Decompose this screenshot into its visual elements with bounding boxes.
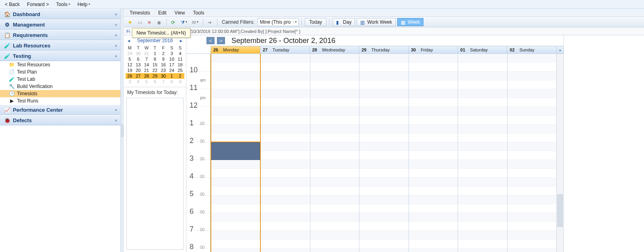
mini-cal-day[interactable]: 8 — [151, 56, 159, 62]
mini-cal-day[interactable]: 30 — [134, 51, 142, 56]
mini-cal-day[interactable]: 12 — [126, 62, 134, 68]
mini-cal-day[interactable]: 3 — [126, 79, 134, 84]
mini-cal-day[interactable]: 19 — [126, 68, 134, 73]
mini-cal-day[interactable]: 10 — [167, 56, 176, 62]
sidebar-section-requirements[interactable]: 📋Requirements» — [0, 30, 120, 40]
day-column-monday[interactable] — [211, 54, 261, 252]
open-button[interactable]: ▭ — [136, 18, 144, 26]
mini-cal-day[interactable]: 17 — [167, 62, 176, 68]
vertical-scrollbar[interactable] — [556, 54, 564, 252]
mini-cal-day[interactable]: 31 — [142, 51, 151, 56]
sidebar-section-lab-resources[interactable]: 🧪Lab Resources» — [0, 40, 120, 51]
week-prev-button[interactable]: < — [206, 37, 215, 44]
mini-cal-day[interactable]: 1 — [167, 73, 176, 79]
mail-button[interactable]: ✉▾ — [190, 18, 200, 26]
mini-cal-day[interactable]: 29 — [126, 51, 134, 56]
sidebar-item-test-runs[interactable]: ▶Test Runs — [0, 97, 120, 104]
back-button[interactable]: < Back — [2, 1, 22, 8]
day-column-thursday[interactable] — [359, 54, 408, 252]
mini-cal-day[interactable]: 4 — [176, 51, 184, 56]
day-header-thursday[interactable]: 29Thursday — [359, 46, 408, 53]
mini-cal-day[interactable]: 14 — [142, 62, 151, 68]
mini-cal-day[interactable]: 7 — [159, 79, 167, 84]
forward-button[interactable]: Forward > — [25, 1, 51, 8]
mini-cal-day[interactable]: 6 — [134, 56, 142, 62]
my-timeslots-list[interactable] — [126, 98, 184, 250]
sidebar-section-testing[interactable]: 🧪Testing» — [0, 51, 120, 61]
sidebar-item-test-resources[interactable]: 📁Test Resources — [0, 61, 120, 68]
new-button[interactable]: ✷ — [126, 18, 134, 26]
today-button[interactable]: Today — [305, 18, 326, 26]
scroll-up-arrow[interactable]: ▲ — [556, 46, 564, 53]
mini-cal-day[interactable]: 6 — [151, 79, 159, 84]
timeslot-appointment[interactable] — [211, 142, 260, 160]
mini-cal-day[interactable]: 25 — [176, 68, 184, 73]
sidebar-section-management[interactable]: ⚙Management» — [0, 19, 120, 30]
view-week-toggle[interactable]: ▦Week — [397, 18, 423, 26]
day-column-sunday[interactable] — [507, 54, 556, 252]
day-header-sunday[interactable]: 02Sunday — [507, 46, 556, 53]
new-timeslot-popup[interactable]: New Timeslot... (Alt+N) — [132, 28, 190, 38]
mini-cal-day[interactable]: 27 — [134, 73, 142, 79]
mini-cal-day[interactable]: 15 — [151, 62, 159, 68]
mini-cal-day[interactable]: 4 — [134, 79, 142, 84]
day-column-tuesday[interactable] — [260, 54, 310, 252]
sidebar-item-test-plan[interactable]: 📄Test Plan — [0, 68, 120, 76]
refresh-button[interactable]: ⟳ — [169, 18, 178, 26]
help-menu[interactable]: Help▾ — [75, 1, 93, 8]
sidebar-item-timeslots[interactable]: 🕒Timeslots — [0, 90, 120, 97]
mini-cal-day[interactable]: 16 — [159, 62, 167, 68]
filter-button[interactable]: ⧩▾ — [179, 18, 189, 26]
calendar-grid[interactable] — [211, 54, 556, 252]
mini-cal-day[interactable]: 30 — [159, 73, 167, 79]
mini-cal-day[interactable]: 18 — [176, 62, 184, 68]
day-header-monday[interactable]: 26Monday — [211, 46, 260, 53]
mini-cal-day[interactable]: 2 — [176, 73, 184, 79]
day-column-saturday[interactable] — [458, 54, 507, 252]
menu-edit[interactable]: Edit — [155, 9, 170, 16]
mini-cal-day[interactable]: 11 — [176, 56, 184, 62]
mini-cal-day[interactable]: 24 — [167, 68, 176, 73]
sidebar-section-defects[interactable]: 🐞Defects» — [0, 115, 120, 125]
sidebar-item-build-verification[interactable]: 🔧Build Verification — [0, 83, 120, 90]
mini-cal-day[interactable]: 9 — [176, 79, 184, 84]
mini-cal-day[interactable]: 28 — [142, 73, 151, 79]
mini-cal-day[interactable]: 26 — [126, 73, 134, 79]
day-header-tuesday[interactable]: 27Tuesday — [260, 46, 310, 53]
day-column-wednesday[interactable] — [310, 54, 359, 252]
mini-cal-day[interactable]: 5 — [142, 79, 151, 84]
view-day-toggle[interactable]: ▮Day — [332, 18, 355, 26]
scrollbar-thumb[interactable] — [557, 195, 563, 227]
delete-button[interactable]: ✕ — [146, 18, 154, 26]
day-column-friday[interactable] — [409, 54, 458, 252]
menu-view[interactable]: View — [171, 9, 188, 16]
mini-cal-day[interactable]: 1 — [151, 51, 159, 56]
sidebar-splitter[interactable] — [121, 9, 124, 252]
menu-timeslots[interactable]: Timeslots — [126, 9, 153, 16]
stop-button[interactable]: ◉ — [155, 18, 163, 26]
tools-menu[interactable]: Tools▾ — [54, 1, 72, 8]
day-header-wednesday[interactable]: 28Wednesday — [309, 46, 359, 53]
sidebar-section-performance-center[interactable]: 📈Performance Center» — [0, 104, 120, 115]
mini-cal-day[interactable]: 29 — [151, 73, 159, 79]
day-header-saturday[interactable]: 01Saturday — [458, 46, 507, 53]
mini-cal-day[interactable]: 3 — [167, 51, 176, 56]
mini-cal-day[interactable]: 7 — [142, 56, 151, 62]
mini-cal-day[interactable]: 21 — [142, 68, 151, 73]
mini-cal-prev[interactable]: ◄ — [126, 39, 131, 43]
mini-cal-day[interactable]: 22 — [151, 68, 159, 73]
mini-cal-next[interactable]: ► — [179, 39, 184, 43]
mini-cal-day[interactable]: 5 — [126, 56, 134, 62]
mini-cal-day[interactable]: 2 — [159, 51, 167, 56]
sidebar-item-test-lab[interactable]: 🧪Test Lab — [0, 76, 120, 83]
mini-cal-day[interactable]: 13 — [134, 62, 142, 68]
week-next-button[interactable]: > — [217, 37, 225, 44]
mini-cal-day[interactable]: 23 — [159, 68, 167, 73]
sidebar-section-dashboard[interactable]: 🏠Dashboard» — [0, 9, 120, 19]
canned-filters-select[interactable]: Mine (This pro ▾ — [258, 18, 299, 26]
day-header-friday[interactable]: 30Friday — [408, 46, 458, 53]
menu-tools[interactable]: Tools — [190, 9, 207, 16]
view-workweek-toggle[interactable]: ▥Work Week — [357, 18, 396, 26]
goto-button[interactable]: ➔ — [206, 18, 214, 26]
mini-cal-day[interactable]: 9 — [159, 56, 167, 62]
